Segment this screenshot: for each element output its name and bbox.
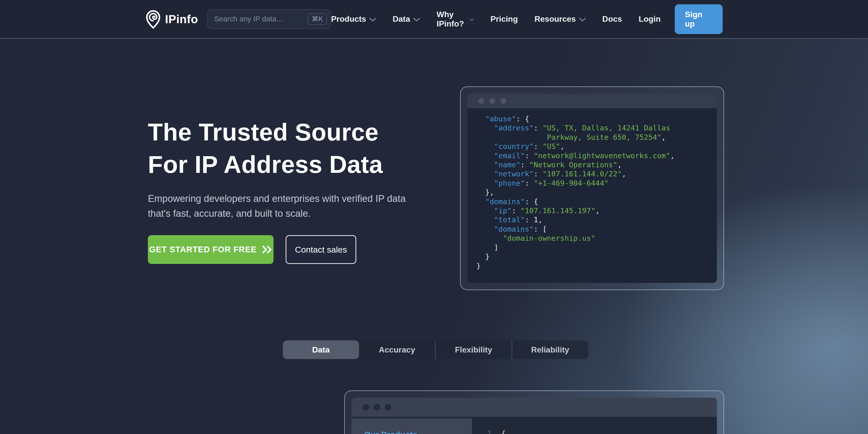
nav-item-label: Docs [602,14,622,24]
hero-section: The Trusted Source For IP Address Data E… [148,116,445,264]
code-line: } [476,261,712,271]
search-input[interactable]: Search any IP data... ⌘K [207,9,331,29]
nav-item-data[interactable]: Data [393,14,420,24]
code-line: "phone": "+1-469-904-6444" [476,179,712,188]
nav-item-login[interactable]: Login [639,14,660,24]
code-line: Parkway, Suite 650, 75254", [476,133,712,142]
hero-code-window: "abuse": { "address": "US, TX, Dallas, 1… [460,86,724,290]
hero-subtitle: Empowering developers and enterprises wi… [148,191,413,221]
nav-item-why-ipinfo[interactable]: Why IPinfo? [436,10,474,29]
code-line: "network": "107.161.144.0/22", [476,169,712,178]
double-chevron-right-icon [262,246,272,254]
feature-tabs: Data Accuracy Flexibility Reliability [283,340,588,359]
window-dot [363,404,369,410]
signup-button[interactable]: Sign up [675,4,723,34]
chevron-down-icon [413,18,420,22]
code-line: ] [476,243,712,252]
code-line: }, [476,188,712,197]
json-code-block: 1{ [472,418,506,434]
tab-accuracy[interactable]: Accuracy [359,340,435,359]
window-titlebar [351,398,717,417]
top-nav: IPinfo Search any IP data... ⌘K Products… [0,0,868,39]
page-title: The Trusted Source For IP Address Data [148,116,445,181]
nav-item-label: Login [639,14,660,24]
window-titlebar [467,94,717,108]
nav-item-pricing[interactable]: Pricing [491,14,518,24]
window-dot [501,98,506,104]
nav-item-label: Resources [534,14,576,24]
window-content: Our Products 1{ [351,418,717,434]
ipinfo-pin-icon [145,9,161,29]
nav-inner: IPinfo Search any IP data... ⌘K Products… [145,0,723,38]
brand-name: IPinfo [165,12,198,26]
chevron-down-icon [369,18,376,22]
nav-item-products[interactable]: Products [331,14,376,24]
code-line: "name": "Network Operations", [476,160,712,169]
code-line: "abuse": { [476,114,712,123]
cta-row: GET STARTED FOR FREE Contact sales [148,235,445,264]
title-line-2: For IP Address Data [148,151,383,178]
code-line: 1{ [487,429,506,434]
code-line: "email": "network@lightwavenetworks.com"… [476,151,712,160]
code-line: "total": 1, [476,215,712,224]
chevron-down-icon [470,18,474,22]
code-window: Our Products 1{ [351,398,717,434]
code-line: } [476,252,712,261]
nav-item-label: Why IPinfo? [436,10,466,29]
json-code-block: "abuse": { "address": "US, TX, Dallas, 1… [467,108,717,276]
nav-links: Products Data Why IPinfo? Pricing Resour… [331,10,660,29]
code-line: "address": "US, TX, Dallas, 14241 Dallas [476,123,712,132]
chevron-down-icon [579,18,586,22]
window-dot [490,98,495,104]
code-line: "domain-ownership.us" [476,234,712,243]
get-started-label: GET STARTED FOR FREE [149,245,257,254]
nav-item-resources[interactable]: Resources [534,14,586,24]
contact-sales-button[interactable]: Contact sales [286,235,356,264]
window-dot [478,98,484,104]
search-placeholder: Search any IP data... [214,15,308,23]
nav-item-label: Data [393,14,410,24]
products-sidebar: Our Products [351,418,472,434]
code-window: "abuse": { "address": "US, TX, Dallas, 1… [467,94,717,283]
tab-data[interactable]: Data [283,340,359,359]
code-line: "ip": "107.161.145.197", [476,206,712,215]
code-line: "country": "US", [476,142,712,151]
tab-flexibility[interactable]: Flexibility [435,340,512,359]
code-line: "domains": { [476,197,712,206]
nav-item-label: Products [331,14,366,24]
get-started-button[interactable]: GET STARTED FOR FREE [148,235,274,264]
nav-item-docs[interactable]: Docs [602,14,622,24]
products-code-window: Our Products 1{ [344,390,724,434]
sidebar-item-our-products[interactable]: Our Products [364,430,417,434]
window-dot [374,404,380,410]
code-line: "domains": [ [476,224,712,234]
nav-item-label: Pricing [491,14,518,24]
title-line-1: The Trusted Source [148,118,379,146]
window-dot [385,404,391,410]
tab-reliability[interactable]: Reliability [512,340,588,359]
keyboard-shortcut-badge: ⌘K [308,13,327,25]
brand-logo[interactable]: IPinfo [145,9,198,29]
ipinfo-homepage: IPinfo Search any IP data... ⌘K Products… [0,0,868,434]
